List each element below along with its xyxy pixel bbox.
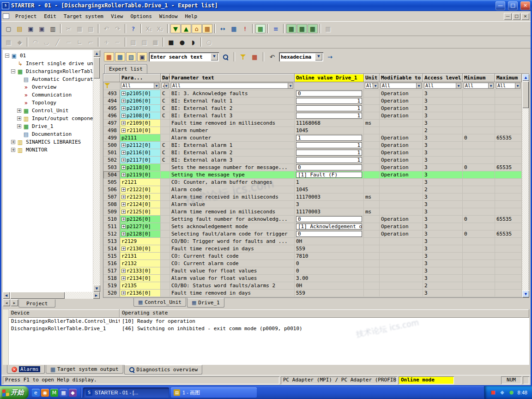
- row-number[interactable]: 500: [103, 142, 120, 149]
- mdi-close-button[interactable]: ×: [521, 13, 529, 20]
- parameter-row-499[interactable]: 499p2111Alarm counter1Operation3065535: [103, 134, 522, 142]
- close-button[interactable]: ×: [520, 1, 530, 10]
- expert-list-import-button[interactable]: ▦: [104, 52, 114, 61]
- expand-parameter-icon[interactable]: +: [121, 224, 126, 229]
- value-editbox[interactable]: 0: [296, 164, 362, 170]
- expand-parameter-icon[interactable]: +: [121, 195, 126, 199]
- column-header-dat[interactable]: Dat: [161, 74, 170, 82]
- sort-button[interactable]: ≡: [271, 24, 281, 34]
- expert-list-export-button[interactable]: ▦: [115, 52, 125, 61]
- value-editbox[interactable]: 1: [296, 157, 362, 163]
- column-header-rownum[interactable]: [103, 74, 120, 82]
- expand-parameter-icon[interactable]: +: [121, 151, 126, 155]
- parameter-row-520[interactable]: 520+r2136[0]Fault time removed in days55…: [103, 290, 522, 297]
- value-editbox[interactable]: 1: [296, 150, 362, 156]
- tray-green-icon[interactable]: ●: [508, 389, 515, 396]
- row-number[interactable]: 495: [103, 105, 120, 112]
- open-project-button[interactable]: ▤: [14, 24, 25, 34]
- tree-item-monitor[interactable]: +▥MONITOR: [4, 146, 93, 154]
- tree-item-topology[interactable]: »Topology: [4, 99, 93, 107]
- tree-item-sinamics-libraries[interactable]: +▥SINAMICS LIBRARIES: [4, 138, 93, 146]
- minimize-button[interactable]: —: [496, 1, 505, 10]
- row-number[interactable]: 506: [103, 186, 120, 193]
- scrollbar-thumb[interactable]: [522, 81, 529, 108]
- filter-dropdown-3[interactable]: All▼: [171, 83, 293, 89]
- menu-window[interactable]: Window: [156, 12, 181, 21]
- parameter-row-494[interactable]: 494+p2106[0]CBI: External fault 11Operat…: [103, 97, 522, 105]
- expand-parameter-icon[interactable]: +: [121, 173, 126, 177]
- expert-list-open-button[interactable]: ▧: [126, 52, 136, 61]
- expand-parameter-icon[interactable]: +: [121, 114, 126, 118]
- output-column-device[interactable]: Device: [9, 309, 120, 318]
- column-header-para[interactable]: Para...: [120, 74, 161, 82]
- menu-project[interactable]: Project: [12, 12, 40, 21]
- scroll-down-icon[interactable]: ▼: [522, 290, 529, 297]
- parameter-row-497[interactable]: 497+r2109[0]Fault time removed in millis…: [103, 120, 522, 127]
- value-editbox[interactable]: 0: [296, 91, 362, 97]
- value-editbox[interactable]: 1: [296, 98, 362, 104]
- filter-funnel-icon[interactable]: [104, 83, 110, 89]
- shape-half-circle-button[interactable]: ◗: [188, 37, 199, 47]
- taskbar-button-starter-01[interactable]: SSTARTER - 01 - [...: [83, 387, 169, 398]
- parameter-row-510[interactable]: 510+p2126[0]Setting fault number for ack…: [103, 216, 522, 223]
- tab-scroll-left-icon[interactable]: ◀: [3, 299, 10, 306]
- tree-item-communication[interactable]: »Communication: [4, 91, 93, 99]
- parameter-row-496[interactable]: 496+p2108[0]CBI: External fault 31Operat…: [103, 112, 522, 120]
- row-number[interactable]: 499: [103, 134, 120, 142]
- expand-parameter-icon[interactable]: +: [121, 187, 126, 192]
- menu-options[interactable]: Options: [127, 12, 155, 21]
- plus-expand-icon[interactable]: +: [17, 109, 21, 113]
- value-editbox[interactable]: 1: [296, 105, 362, 111]
- plus-expand-icon[interactable]: +: [17, 124, 21, 128]
- filter-dropdown-6[interactable]: All▼: [381, 83, 422, 89]
- tree-item-documentation[interactable]: ▤Documentation: [4, 130, 93, 138]
- row-number[interactable]: 514: [103, 245, 120, 253]
- restore-button[interactable]: □: [508, 1, 518, 10]
- row-number[interactable]: 497: [103, 120, 120, 127]
- expand-parameter-icon[interactable]: +: [121, 276, 126, 280]
- column-header-modifiable-to[interactable]: Modifiable to: [380, 74, 423, 82]
- row-number[interactable]: 493: [103, 90, 120, 97]
- filter-button[interactable]: [238, 52, 248, 62]
- row-number[interactable]: 507: [103, 193, 120, 201]
- plus-expand-icon[interactable]: +: [17, 116, 21, 121]
- tab-drive-1[interactable]: ▦Drive_1: [187, 298, 224, 308]
- search-input[interactable]: Enter search text: [149, 54, 210, 60]
- column-header-minimum[interactable]: Minimum: [463, 74, 495, 82]
- accessible-nodes-button[interactable]: ▦: [255, 24, 266, 33]
- start-button[interactable]: 开始: [0, 386, 29, 399]
- value-editbox[interactable]: 1: [296, 135, 362, 141]
- row-number[interactable]: 511: [103, 223, 120, 230]
- tab-expert-list[interactable]: Expert list: [104, 64, 147, 73]
- row-number[interactable]: 517: [103, 267, 120, 275]
- tree-item-input-output-component[interactable]: +▥Input/output component: [4, 115, 93, 122]
- parameter-row-504[interactable]: 504+p2119[0]Setting the message type[1] …: [103, 171, 522, 179]
- parameter-row-500[interactable]: 500+p2112[0]CBI: External alarm 11Operat…: [103, 142, 522, 149]
- row-number[interactable]: 494: [103, 97, 120, 105]
- scroll-right-icon[interactable]: ▶: [93, 292, 100, 299]
- mdi-minimize-button[interactable]: —: [504, 13, 512, 20]
- archive-project-button[interactable]: ▣: [36, 24, 47, 34]
- copy-ram-to-rom-button[interactable]: ⌂: [192, 24, 202, 33]
- shape-circle-button[interactable]: ●: [177, 37, 187, 47]
- parameter-row-495[interactable]: 495+p2107[0]CBI: External fault 21Operat…: [103, 105, 522, 112]
- row-number[interactable]: 520: [103, 290, 120, 297]
- parameter-row-519[interactable]: 519r2135CO/BO: Status word faults/alarms…: [103, 282, 522, 290]
- expand-parameter-icon[interactable]: +: [121, 99, 126, 103]
- row-number[interactable]: 513: [103, 238, 120, 245]
- parameter-row-493[interactable]: 493+p2105[0]CBI: 3. Acknowledge faults0O…: [103, 90, 522, 97]
- row-number[interactable]: 519: [103, 282, 120, 290]
- expand-parameter-icon[interactable]: +: [121, 269, 126, 273]
- tab-alarms[interactable]: ×Alarms: [7, 365, 45, 374]
- parameter-row-507[interactable]: 507+r2123[0]Alarm time received in milli…: [103, 193, 522, 201]
- table-vertical-scrollbar[interactable]: ▲ ▼: [522, 74, 529, 297]
- parameter-row-514[interactable]: 514+r2130[0]Fault time received in days5…: [103, 245, 522, 253]
- scroll-up-icon[interactable]: ▲: [93, 50, 100, 57]
- parameter-row-506[interactable]: 506+r2122[0]Alarm code10452: [103, 186, 522, 193]
- apply-format-button[interactable]: →: [325, 52, 335, 62]
- parameter-row-503[interactable]: 503+p2118[0]Sets the message number for …: [103, 164, 522, 171]
- menu-target-system[interactable]: Target system: [60, 12, 107, 21]
- search-combobox[interactable]: Enter search text ▼: [149, 52, 219, 61]
- expand-parameter-icon[interactable]: +: [121, 121, 126, 125]
- row-number[interactable]: 510: [103, 216, 120, 223]
